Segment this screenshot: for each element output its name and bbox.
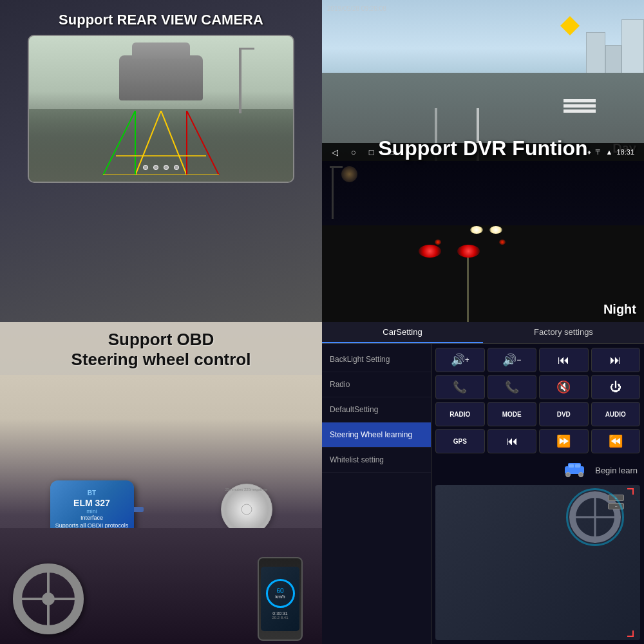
obd-title-line2: Steering wheel control [10, 350, 312, 370]
location-icon: ♦ [587, 148, 591, 156]
steering-wheel-visual [13, 564, 84, 634]
phone-btn[interactable]: 📞 [435, 375, 485, 399]
mute-btn[interactable]: 🔇 [539, 375, 589, 399]
panel-dvr: Day 2019/05/28 09:26:08 ◁ ○ □ ▭ ♦ 〒 ▲ 18… [322, 0, 644, 322]
dvr-night-label: Night [603, 302, 636, 317]
svg-point-10 [566, 473, 571, 477]
recent-icon[interactable]: □ [369, 147, 374, 157]
phone-screen: 60 km/h 0:30:31 20.2 8.41 [261, 567, 299, 631]
nav-icons: ◁ ○ □ ▭ [332, 147, 395, 157]
obd-title-line1: Support OBD [10, 330, 312, 350]
dvd-label-btn[interactable]: DVD [539, 402, 589, 426]
android-navbar: ◁ ○ □ ▭ ♦ 〒 ▲ 18:31 [322, 143, 644, 161]
panel-rear-camera: Support REAR VIEW CAMERA [0, 0, 322, 322]
gps-label-btn[interactable]: GPS [435, 429, 485, 453]
status-icons: ♦ 〒 ▲ 18:31 [587, 147, 634, 157]
svg-rect-12 [569, 464, 574, 468]
controls-area: 🔊+ 🔊− ⏮ ⏭ 📞 📞 🔇 ⏻ RADIO MODE DVD [431, 344, 644, 644]
svg-line-2 [103, 111, 135, 175]
svg-rect-13 [575, 464, 580, 468]
speed-gauge: 60 km/h [266, 579, 295, 608]
controls-row-4: GPS ⏮ ⏩ ⏪ [435, 429, 640, 453]
time-display: 18:31 [616, 148, 634, 156]
steering-person: 60 km/h 0:30:31 20.2 8.41 [0, 528, 322, 644]
controls-row-2: 📞 📞 🔇 ⏻ [435, 375, 640, 399]
steering-interior-section: + − [435, 485, 640, 640]
sensor-dot-1 [143, 165, 148, 170]
radio-label-btn[interactable]: RADIO [435, 402, 485, 426]
menu-whitelist[interactable]: Whitelist setting [322, 448, 431, 473]
screen-icon[interactable]: ▭ [387, 147, 395, 157]
track-prev-btn[interactable]: ⏮ [488, 429, 537, 453]
vol-up-btn[interactable]: 🔊+ [435, 348, 485, 372]
panel-obd: Support OBD Steering wheel control BT EL… [0, 322, 322, 644]
wifi-icon: 〒 [595, 147, 602, 157]
rear-camera-title: Support REAR VIEW CAMERA [59, 12, 263, 28]
prev-btn[interactable]: ⏮ [539, 348, 589, 372]
power-btn[interactable]: ⏻ [591, 375, 641, 399]
back-icon[interactable]: ◁ [332, 147, 338, 157]
obd-header: Support OBD Steering wheel control [0, 322, 322, 375]
svg-line-4 [187, 111, 219, 175]
begin-learn-row: Begin learn [435, 459, 640, 482]
settings-menu: BackLight Setting Radio DefaultSetting S… [322, 344, 431, 644]
sensor-dot-2 [153, 165, 158, 170]
obd-sub: mini [86, 508, 97, 515]
phone-display: 60 km/h 0:30:31 20.2 8.41 [258, 557, 303, 641]
home-icon[interactable]: ○ [351, 147, 356, 157]
sensor-dot-3 [164, 165, 169, 170]
controls-row-1: 🔊+ 🔊− ⏮ ⏭ [435, 348, 640, 372]
seek-fwd-btn[interactable]: ⏩ [539, 429, 589, 453]
menu-radio[interactable]: Radio [322, 372, 431, 397]
menu-backlight[interactable]: BackLight Setting [322, 347, 431, 372]
vol-down-btn[interactable]: 🔊− [488, 348, 537, 372]
audio-label-btn[interactable]: AUDIO [591, 402, 641, 426]
dvr-timestamp: 2019/05/28 09:26:08 [327, 5, 386, 12]
tab-car-setting[interactable]: CarSetting [322, 322, 483, 343]
next-btn[interactable]: ⏭ [591, 348, 641, 372]
controls-row-3: RADIO MODE DVD AUDIO [435, 402, 640, 426]
sensor-dot-4 [174, 165, 179, 170]
obd-interface: Interface [80, 515, 103, 522]
main-grid: Support REAR VIEW CAMERA [0, 0, 644, 644]
settings-body: BackLight Setting Radio DefaultSetting S… [322, 344, 644, 644]
signal-icon: ▲ [606, 148, 613, 156]
rear-camera-view [28, 35, 294, 183]
hangup-btn[interactable]: 📞 [488, 375, 537, 399]
mode-label-btn[interactable]: MODE [488, 402, 537, 426]
menu-steering-wheel[interactable]: Steering Wheel learning [322, 422, 431, 448]
menu-default[interactable]: DefaultSetting [322, 397, 431, 422]
begin-learn-text[interactable]: Begin learn [595, 466, 638, 475]
obd-brand: ELM 327 [73, 498, 110, 508]
car-icon [562, 461, 587, 480]
svg-point-11 [579, 473, 583, 477]
seek-back-btn[interactable]: ⏪ [591, 429, 641, 453]
panel-settings: CarSetting Factory settings BackLight Se… [322, 322, 644, 644]
tab-factory-settings[interactable]: Factory settings [483, 322, 644, 343]
settings-tabs: CarSetting Factory settings [322, 322, 644, 344]
